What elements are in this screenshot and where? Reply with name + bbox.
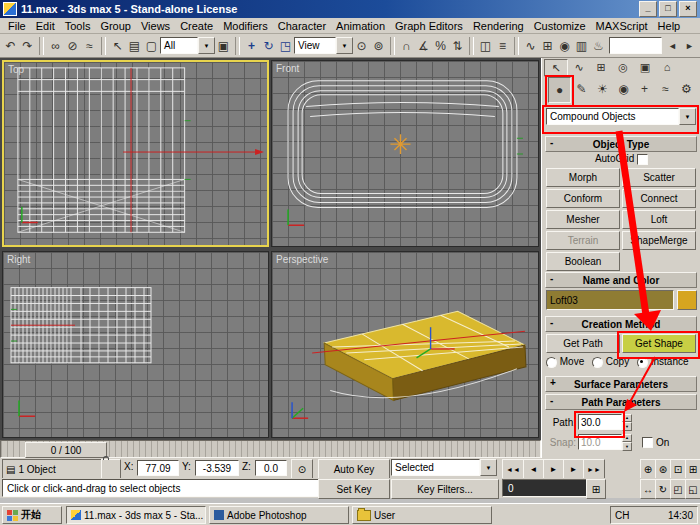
path-spinner[interactable]: ▲ ▼ [622,414,632,431]
tab-display-icon[interactable]: ▣ [634,59,656,75]
category-cameras-icon[interactable]: ◉ [613,77,634,101]
timeline-track[interactable]: 0 / 100 [0,440,541,458]
spin-up-icon[interactable]: ▲ [622,414,632,423]
get-shape-button[interactable]: Get Shape [622,334,696,353]
pan-icon[interactable]: ↔ [640,479,656,499]
tab-modify-icon[interactable]: ∿ [568,59,590,75]
menu-item-views[interactable]: Views [136,19,175,33]
conform-button[interactable]: Conform [546,189,620,208]
bind-to-spacewarp-icon[interactable]: ≈ [81,37,98,55]
object-color-swatch[interactable] [677,290,697,310]
curve-editor-icon[interactable]: ∿ [522,37,539,55]
spin-down-icon[interactable]: ▼ [622,422,632,431]
radio-move[interactable] [546,357,557,368]
category-lights-icon[interactable]: ☀ [592,77,613,101]
go-to-start-icon[interactable]: ◄◄ [502,459,524,479]
spin-up-icon[interactable]: ▲ [622,434,632,443]
align-icon[interactable]: ≡ [494,37,511,55]
previous-frame-icon[interactable]: ◄ [523,459,544,479]
snap-value-field[interactable]: 10.0 [578,434,622,450]
mesher-button[interactable]: Mesher [546,210,620,229]
quick-render-icon[interactable]: ♨ [590,37,607,55]
category-shapes-icon[interactable]: ✎ [571,77,592,101]
shapemerge-button[interactable]: ShapeMerge [622,231,696,250]
menu-item-customize[interactable]: Customize [529,19,591,33]
select-and-manipulate-icon[interactable]: ⊚ [370,37,387,55]
task-button-photoshop[interactable]: Adobe Photoshop [209,506,349,524]
rollout-creation-method[interactable]: - Creation Method [545,316,697,332]
zoom-extents-all-icon[interactable]: ⊞ [685,459,700,479]
minmax-toggle-icon[interactable]: ◱ [685,479,700,499]
category-spacewarps-icon[interactable]: ≈ [655,77,676,101]
menu-item-edit[interactable]: Edit [31,19,60,33]
play-icon[interactable]: ► [543,459,564,479]
menu-item-create[interactable]: Create [175,19,218,33]
terrain-button[interactable]: Terrain [546,231,620,250]
object-name-field[interactable]: Loft03 [546,290,674,310]
boolean-button[interactable]: Boolean [546,252,620,271]
snap-spinner[interactable]: ▲ ▼ [622,434,632,451]
scatter-button[interactable]: Scatter [622,168,696,187]
render-scene-icon[interactable]: ▥ [573,37,590,55]
tab-create-icon[interactable]: ↖ [544,59,568,77]
timeline-slider[interactable]: 0 / 100 [25,442,107,458]
connect-button[interactable]: Connect [622,189,696,208]
zoom-icon[interactable]: ⊕ [640,459,656,479]
morph-button[interactable]: Morph [546,168,620,187]
menu-item-animation[interactable]: Animation [331,19,390,33]
radio-instance[interactable] [637,357,648,368]
snap-toggle-icon[interactable]: ∩ [398,37,415,55]
input-method-indicator[interactable]: CH [615,510,629,521]
select-object-icon[interactable]: ↖ [109,37,126,55]
selected-dropdown[interactable]: Selected ▼ [391,459,497,476]
menu-item-graph-editors[interactable]: Graph Editors [390,19,468,33]
chevron-down-icon[interactable]: ▼ [198,37,215,54]
select-and-move-icon[interactable]: + [243,37,260,55]
material-editor-icon[interactable]: ◉ [556,37,573,55]
rollout-path-parameters[interactable]: - Path Parameters [545,394,697,410]
key-filters-button[interactable]: Key Filters... [391,479,499,499]
arc-rotate-icon[interactable]: ↻ [655,479,671,499]
window-crossing-icon[interactable]: ▣ [215,37,232,55]
y-coordinate-field[interactable]: -3.539 [195,460,239,476]
category-geometry-icon[interactable]: ● [548,77,571,103]
region-zoom-icon[interactable]: ◰ [670,479,686,499]
redo-icon[interactable]: ↷ [19,37,36,55]
menu-item-tools[interactable]: Tools [60,19,96,33]
rollout-name-and-color[interactable]: - Name and Color [545,272,697,288]
radio-copy[interactable] [592,357,603,368]
named-selection-field[interactable] [609,37,662,54]
zoom-extents-icon[interactable]: ⊡ [670,459,686,479]
schematic-view-icon[interactable]: ⊞ [539,37,556,55]
autogrid-checkbox[interactable] [637,154,648,165]
menu-item-maxscript[interactable]: MAXScript [591,19,653,33]
undo-icon[interactable]: ↶ [2,37,19,55]
menu-item-rendering[interactable]: Rendering [468,19,529,33]
select-by-name-icon[interactable]: ▤ [126,37,143,55]
auto-key-button[interactable]: Auto Key [318,459,390,479]
z-coordinate-field[interactable]: 0.0 [255,460,287,476]
snap-on-checkbox[interactable] [642,437,653,448]
tab-motion-icon[interactable]: ◎ [612,59,634,75]
region-select-icon[interactable]: ▢ [143,37,160,55]
key-mode-toggle-icon[interactable]: ⊙ [291,459,313,479]
zoom-all-icon[interactable]: ⊛ [655,459,671,479]
select-and-rotate-icon[interactable]: ↻ [260,37,277,55]
path-value-field[interactable]: 30.0 [578,414,622,430]
time-configuration-icon[interactable]: ⊞ [586,479,606,499]
close-button[interactable]: × [679,1,697,17]
object-category-dropdown[interactable]: Compound Objects ▼ [546,108,696,125]
minimize-button[interactable]: _ [639,1,657,17]
spinner-snap-icon[interactable]: ⇅ [449,37,466,55]
tab-utilities-icon[interactable]: ⌂ [656,59,678,75]
use-center-icon[interactable]: ⊙ [353,37,370,55]
percent-snap-icon[interactable]: % [432,37,449,55]
select-and-link-icon[interactable]: ∞ [47,37,64,55]
menu-item-character[interactable]: Character [273,19,331,33]
go-to-end-icon[interactable]: ►► [583,459,605,479]
spin-down-icon[interactable]: ▼ [622,442,632,451]
category-systems-icon[interactable]: ⚙ [676,77,697,101]
viewport-top[interactable]: Top [2,60,269,247]
current-frame-field[interactable]: 0 [502,479,589,497]
toolbar-scroll-left-icon[interactable]: ◄ [664,37,681,55]
